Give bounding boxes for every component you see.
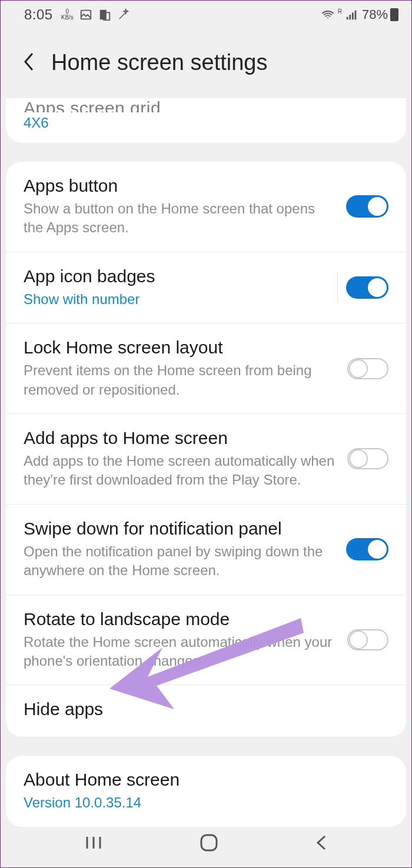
status-right: R 78% [321,7,398,22]
about-version: Version 10.0.35.14 [24,793,379,812]
settings-card: Apps button Show a button on the Home sc… [5,161,407,737]
swipe-down-row[interactable]: Swipe down for notification panel Open t… [6,505,406,595]
screen-share-icon [98,8,111,21]
battery: 78% [362,7,398,22]
settings-scroll[interactable]: Apps screen grid 4X6 Apps button Show a … [1,98,411,827]
home-button[interactable] [199,833,219,855]
divider [337,273,338,302]
nav-back-button[interactable] [314,834,328,854]
svg-rect-4 [349,15,351,19]
swipe-down-toggle[interactable] [346,538,388,560]
network-speed: 0 KB/s [61,9,74,21]
page-header: Home screen settings [1,29,411,101]
roaming-indicator: R [338,8,342,15]
setting-sub: Show a button on the Home screen that op… [24,199,337,238]
battery-icon [390,8,398,21]
setting-sub: Show with number [24,290,328,309]
setting-title: Rotate to landscape mode [24,609,338,629]
wand-icon [117,8,130,21]
about-card[interactable]: About Home screen Version 10.0.35.14 [5,755,407,827]
chevron-left-icon [22,51,36,72]
setting-title: Add apps to Home screen [24,428,338,448]
apps-button-toggle[interactable] [346,195,388,218]
wifi-icon [321,8,334,21]
about-row[interactable]: About Home screen Version 10.0.35.14 [6,756,406,826]
app-icon-badges-toggle[interactable] [346,276,388,299]
apps-screen-grid-value: 4X6 [6,112,406,143]
apps-screen-grid-card[interactable]: Apps screen grid 4X6 [5,98,407,143]
status-bar: 8:05 0 KB/s R 78% [1,1,411,29]
svg-rect-5 [352,12,354,19]
apps-button-row[interactable]: Apps button Show a button on the Home sc… [6,162,406,252]
rotate-landscape-row[interactable]: Rotate to landscape mode Rotate the Home… [6,595,406,686]
setting-title: Lock Home screen layout [24,338,338,358]
image-icon [79,8,92,21]
rotate-landscape-toggle[interactable] [347,629,388,650]
recents-icon [84,834,104,851]
setting-title: App icon badges [24,266,328,286]
lock-home-layout-toggle[interactable] [347,358,388,379]
setting-title: Apps button [24,176,337,196]
about-title: About Home screen [24,770,379,790]
page-title: Home screen settings [51,50,268,75]
setting-title: Swipe down for notification panel [24,519,337,539]
add-apps-toggle[interactable] [347,448,388,469]
setting-title: Hide apps [24,699,379,719]
hide-apps-row[interactable]: Hide apps [6,685,406,737]
home-icon [199,833,219,853]
add-apps-row[interactable]: Add apps to Home screen Add apps to the … [6,414,406,505]
setting-sub: Add apps to the Home screen automaticall… [24,452,338,490]
back-button[interactable] [22,51,36,75]
app-icon-badges-row[interactable]: App icon badges Show with number [6,252,406,323]
setting-sub: Open the notification panel by swiping d… [24,542,337,580]
recents-button[interactable] [84,834,104,853]
setting-sub: Prevent items on the Home screen from be… [24,361,338,399]
navigation-bar [1,820,411,867]
svg-rect-10 [201,835,217,850]
svg-rect-6 [355,11,357,20]
svg-rect-3 [347,17,348,20]
chevron-left-icon [314,834,328,852]
apps-screen-grid-title: Apps screen grid [6,98,406,112]
setting-sub: Rotate the Home screen automatically whe… [24,633,338,671]
status-left: 8:05 0 KB/s [24,6,130,23]
signal-icon [345,8,358,21]
lock-home-layout-row[interactable]: Lock Home screen layout Prevent items on… [6,323,406,414]
clock: 8:05 [24,6,53,23]
